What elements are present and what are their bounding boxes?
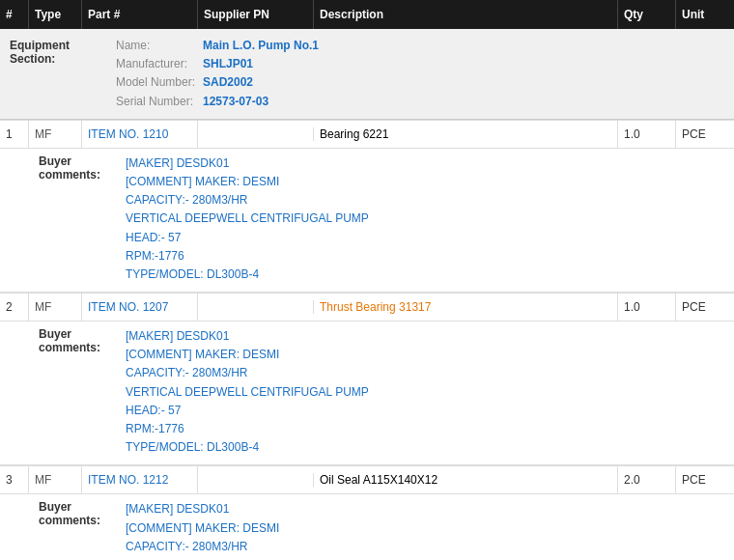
item-supplier [198, 473, 314, 487]
item-type: MF [29, 121, 82, 148]
item-description: Oil Seal A115X140X12 [314, 466, 618, 493]
items-container: 1 MF ITEM NO. 1210 Bearing 6221 1.0 PCE … [0, 120, 734, 560]
col-header-type: Type [29, 0, 82, 29]
item-qty: 1.0 [618, 294, 676, 321]
item-type: MF [29, 294, 82, 321]
field-value-serial: 12573-07-03 [203, 93, 268, 111]
item-description: Thrust Bearing 31317 [314, 294, 618, 321]
item-qty: 1.0 [618, 121, 676, 148]
equipment-section-label: Equipment Section: [10, 37, 116, 111]
item-description: Bearing 6221 [314, 121, 618, 148]
item-supplier [198, 300, 314, 314]
col-header-supplier: Supplier PN [198, 0, 314, 29]
buyer-comments-row: Buyercomments:[MAKER] DESDK01[COMMENT] M… [0, 149, 734, 293]
col-header-part: Part # [82, 0, 198, 29]
item-unit: PCE [676, 121, 734, 148]
buyer-comments-text: [MAKER] DESDK01[COMMENT] MAKER: DESMICAP… [126, 327, 369, 457]
buyer-label: Buyercomments: [39, 154, 126, 284]
item-part: ITEM NO. 1212 [82, 466, 198, 493]
field-value-manufacturer: SHLJP01 [203, 55, 253, 73]
item-unit: PCE [676, 294, 734, 321]
field-label-name: Name: [116, 37, 203, 55]
buyer-comments-row: Buyercomments:[MAKER] DESDK01[COMMENT] M… [0, 322, 734, 465]
col-header-qty: Qty [618, 0, 676, 29]
col-header-unit: Unit [676, 0, 734, 29]
equipment-section: Equipment Section: Name: Main L.O. Pump … [0, 29, 734, 120]
col-header-description: Description [314, 0, 618, 29]
buyer-comments-row: Buyercomments:[MAKER] DESDK01[COMMENT] M… [0, 494, 734, 560]
buyer-label: Buyercomments: [39, 327, 126, 457]
table-row: 1 MF ITEM NO. 1210 Bearing 6221 1.0 PCE [0, 120, 734, 149]
table-row: 3 MF ITEM NO. 1212 Oil Seal A115X140X12 … [0, 465, 734, 494]
item-unit: PCE [676, 466, 734, 493]
item-part: ITEM NO. 1210 [82, 121, 198, 148]
equipment-details: Name: Main L.O. Pump No.1 Manufacturer: … [116, 37, 319, 111]
field-label-serial: Serial Number: [116, 93, 203, 111]
item-supplier [198, 127, 314, 141]
item-part: ITEM NO. 1207 [82, 294, 198, 321]
field-label-model: Model Number: [116, 73, 203, 92]
item-type: MF [29, 466, 82, 493]
table-row: 2 MF ITEM NO. 1207 Thrust Bearing 31317 … [0, 293, 734, 322]
table-header: # Type Part # Supplier PN Description Qt… [0, 0, 734, 29]
buyer-label: Buyercomments: [39, 500, 126, 560]
item-num: 3 [0, 466, 29, 493]
item-num: 1 [0, 121, 29, 148]
field-value-name: Main L.O. Pump No.1 [203, 37, 319, 55]
item-qty: 2.0 [618, 466, 676, 493]
field-value-model: SAD2002 [203, 73, 253, 92]
item-num: 2 [0, 294, 29, 321]
col-header-num: # [0, 0, 29, 29]
field-label-manufacturer: Manufacturer: [116, 55, 203, 73]
buyer-comments-text: [MAKER] DESDK01[COMMENT] MAKER: DESMICAP… [126, 500, 369, 560]
buyer-comments-text: [MAKER] DESDK01[COMMENT] MAKER: DESMICAP… [126, 154, 369, 284]
